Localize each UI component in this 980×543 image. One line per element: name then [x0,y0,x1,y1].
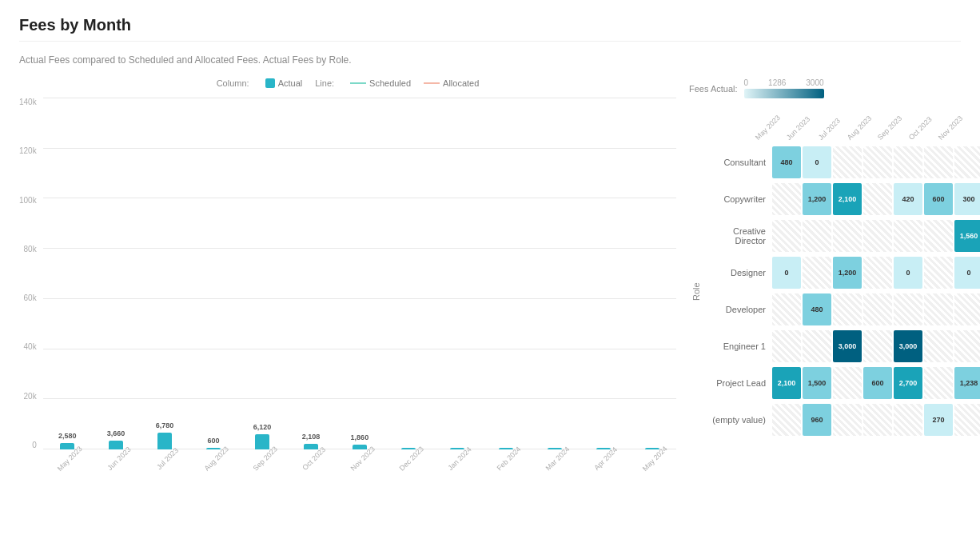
y-label-120k: 120k [19,146,37,155]
month-group-9 [481,98,530,449]
matrix-row-1: Copywriter1,2002,100420600300 [700,182,980,217]
page-subtitle: Actual Fees compared to Scheduled and Al… [19,54,961,66]
scale-mid: 1286 [768,78,786,87]
chart-area: 140k 120k 100k 80k 60k 40k 20k 0 [19,98,676,481]
actual-legend-box [265,78,275,88]
month-group-7 [384,98,432,449]
allocated-legend-item: Allocated [424,78,479,88]
matrix-cell-2-2 [833,220,862,252]
bar-label-6: 1,860 [351,433,369,441]
bar-0: 2,580 [60,443,74,449]
matrix-cell-0-6 [954,146,980,178]
fees-scale-label: Fees Actual: [689,84,738,94]
bars-area: 2,5803,6606,7806006,1202,1081,860 [43,98,676,449]
line-legend-label: Line: [315,78,334,88]
bar-label-4: 6,120 [253,423,272,431]
matrix-col-header-0: May 2023 [754,114,782,142]
matrix-cell-0-0: 480 [772,146,801,178]
matrix-cell-7-3 [863,404,892,436]
bar-line-chart-section: Column: Actual Line: Scheduled Allocated [19,78,676,481]
matrix-row-3: Designer01,20000 [700,255,980,290]
y-axis: 140k 120k 100k 80k 60k 40k 20k 0 [19,98,43,481]
month-group-2: 6,780 [141,98,189,449]
matrix-row-6: Project Lead2,1001,5006002,7001,238 [700,365,980,401]
matrix-cell-3-3 [863,257,892,289]
bar-label-0: 2,580 [58,432,77,440]
matrix-y-axis-label: Role [689,145,700,439]
matrix-cell-3-5 [924,257,953,289]
x-label-0: May 2023 [56,445,84,473]
x-label-6: Nov 2023 [349,445,376,472]
matrix-cell-1-4: 420 [894,183,922,215]
matrix-cell-3-1 [803,257,831,289]
actual-legend-item: Actual [265,78,303,88]
column-legend-label: Column: [217,78,249,88]
matrix-cell-2-6: 1,560 [954,220,980,252]
y-label-0: 0 [32,441,37,449]
x-axis: May 2023Jun 2023Jul 2023Aug 2023Sep 2023… [43,449,676,481]
matrix-cell-4-0 [772,293,801,325]
matrix-cell-6-1: 1,500 [803,367,831,399]
matrix-row-label-7: (empty value) [700,415,772,425]
matrix-cell-5-3 [863,330,892,362]
matrix-cell-3-0: 0 [772,257,801,289]
matrix-cell-2-4 [894,220,922,252]
month-group-1: 3,660 [92,98,141,449]
matrix-cell-2-5 [924,220,953,252]
matrix-cell-1-3 [863,183,892,215]
bar-2: 6,780 [157,433,172,449]
matrix-body: Role Consultant4800Copywriter1,2002,1004… [689,145,961,439]
matrix-cell-4-6 [954,293,980,325]
matrix-cell-2-3 [863,220,892,252]
matrix-row-label-6: Project Lead [700,378,772,388]
matrix-cell-0-1: 0 [803,146,831,178]
x-label-11: Apr 2024 [593,445,619,472]
matrix-row-label-5: Engineer 1 [700,341,772,351]
matrix-cells-2: 1,560 [772,220,980,252]
allocated-legend-line [424,82,440,84]
month-group-3: 600 [189,98,238,449]
fees-scale: Fees Actual: 0 1286 3000 [689,78,961,98]
matrix-cells-4: 480 [772,293,980,325]
matrix-cells-7: 960270 [772,404,980,436]
matrix-cell-6-4: 2,700 [894,367,922,399]
month-group-11 [579,98,627,449]
matrix-row-4: Developer480 [700,292,980,327]
scheduled-legend-text: Scheduled [369,78,411,88]
x-label-3: Aug 2023 [202,445,229,472]
scheduled-legend-line [350,82,366,84]
x-label-8: Jan 2024 [447,445,473,472]
matrix-cell-7-1: 960 [803,404,831,436]
matrix-cell-4-2 [833,293,862,325]
matrix-cell-7-0 [772,404,801,436]
matrix-cell-3-2: 1,200 [833,257,862,289]
matrix-cell-1-2: 2,100 [833,183,862,215]
matrix-cells-6: 2,1001,5006002,7001,238 [772,367,980,399]
bar-label-5: 2,108 [302,433,321,441]
x-label-2: Jul 2023 [155,446,180,471]
matrix-cell-1-0 [772,183,801,215]
matrix-cell-0-4 [894,146,922,178]
matrix-cell-1-1: 1,200 [803,183,831,215]
matrix-cell-4-4 [894,293,922,325]
page-title: Fees by Month [19,16,961,34]
matrix-cell-5-6 [954,330,980,362]
matrix-cell-6-0: 2,100 [772,367,801,399]
matrix-row-2: Creative Director1,560 [700,218,980,254]
matrix-cells-3: 01,20000 [772,257,980,289]
y-label-80k: 80k [24,245,37,254]
y-label-40k: 40k [24,342,37,351]
matrix-cell-4-5 [924,293,953,325]
matrix-cells-1: 1,2002,100420600300 [772,183,980,215]
matrix-cell-7-6 [954,404,980,436]
scale-min: 0 [744,78,749,87]
matrix-cells-5: 3,0003,000 [772,330,980,362]
matrix-row-label-0: Consultant [700,158,772,167]
scale-max: 3000 [806,78,823,87]
bar-5: 2,108 [304,444,318,449]
matrix-cell-3-4: 0 [894,257,922,289]
x-label-7: Dec 2023 [397,445,424,472]
matrix-cell-7-4 [894,404,922,436]
matrix-row-0: Consultant4800 [700,145,980,180]
allocated-legend-text: Allocated [443,78,479,88]
